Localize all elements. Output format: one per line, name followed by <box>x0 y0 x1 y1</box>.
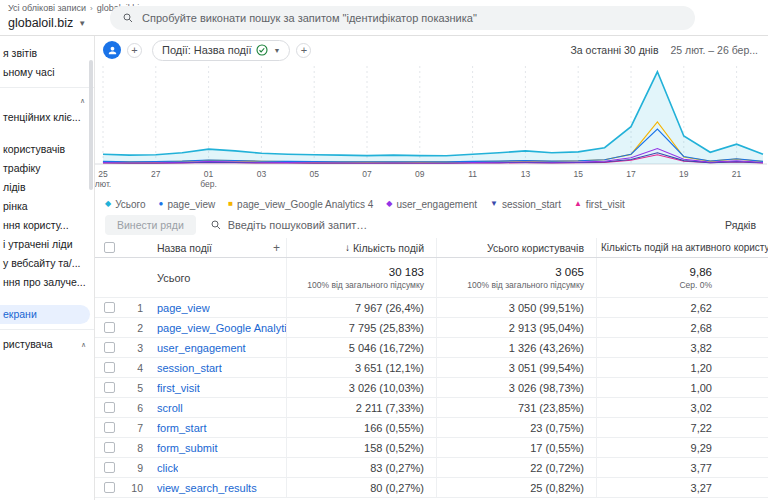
table-row[interactable]: 3user_engagement5 046 (16,72%)1 326 (43,… <box>95 338 768 358</box>
sidebar-item[interactable]: я звітів <box>0 44 94 63</box>
svg-text:27: 27 <box>151 169 161 179</box>
table-row[interactable]: 5first_visit3 026 (10,03%)3 026 (98,73%)… <box>95 378 768 398</box>
sidebar-item[interactable]: і утрачені ліди <box>0 235 94 254</box>
row-checkbox[interactable] <box>104 462 115 473</box>
sidebar-item[interactable]: екрани <box>0 305 90 324</box>
svg-text:05: 05 <box>309 169 319 179</box>
sidebar-item[interactable]: ристувача∧ <box>0 335 94 354</box>
event-name-link[interactable]: first_visit <box>157 382 200 394</box>
table-row[interactable]: 7form_start166 (0,55%)23 (0,75%)7,22 <box>95 418 768 438</box>
event-name-link[interactable]: click <box>157 462 178 474</box>
dimension-chip[interactable]: Події: Назва події ▼ <box>152 40 290 61</box>
check-circle-icon <box>256 44 268 56</box>
date-range-label[interactable]: За останні 30 днів <box>570 44 658 56</box>
event-count-cell: 7 795 (25,83%) <box>286 318 436 337</box>
event-name-link[interactable]: scroll <box>157 402 183 414</box>
series-name: page_view_Google Analytics 4 <box>237 199 373 210</box>
event-name-link[interactable]: user_engagement <box>157 342 246 354</box>
row-checkbox[interactable] <box>104 342 115 353</box>
table-row[interactable]: 9click83 (0,27%)22 (0,72%)3,77 <box>95 458 768 478</box>
svg-text:19: 19 <box>679 169 689 179</box>
row-checkbox[interactable] <box>104 422 115 433</box>
select-all-checkbox[interactable] <box>104 242 115 253</box>
sidebar-item[interactable]: ння користу... <box>0 216 94 235</box>
events-chart[interactable]: 25лют.2701бер.03050709111315171921 <box>95 60 767 196</box>
totals-event-count: 30 183 <box>389 266 424 278</box>
table-row[interactable]: 8form_submit158 (0,52%)17 (0,55%)9,29 <box>95 438 768 458</box>
legend-item: ●page_view <box>159 199 216 210</box>
events-table: Назва події + ↓ Кількість подій Усього к… <box>95 238 768 498</box>
breadcrumb-separator-icon: › <box>90 4 93 13</box>
column-header-events-per-user[interactable]: Кількість подій на активного користувача <box>596 238 768 257</box>
total-users-cell: 2 913 (95,04%) <box>436 318 596 337</box>
column-header-event-name[interactable]: Назва події <box>157 242 212 254</box>
table-search-input[interactable] <box>228 219 418 231</box>
date-range-value[interactable]: 25 лют. – 26 бер... <box>670 44 758 56</box>
row-checkbox[interactable] <box>104 482 115 493</box>
total-users-cell: 22 (0,72%) <box>436 458 596 477</box>
row-checkbox[interactable] <box>104 322 115 333</box>
row-checkbox[interactable] <box>104 362 115 373</box>
series-name: first_visit <box>586 199 625 210</box>
events-per-user-cell: 3,02 <box>596 398 768 417</box>
row-checkbox[interactable] <box>104 442 115 453</box>
column-header-total-users[interactable]: Усього користувачів <box>487 242 584 254</box>
chevron-up-icon: ∧ <box>81 335 86 354</box>
row-checkbox[interactable] <box>104 302 115 313</box>
event-name-link[interactable]: session_start <box>157 362 222 374</box>
event-name-link[interactable]: page_view_Google Analytics 4 <box>157 322 286 334</box>
table-row[interactable]: 2page_view_Google Analytics 47 795 (25,8… <box>95 318 768 338</box>
legend-item: ◆user_engagement <box>386 199 477 210</box>
svg-text:09: 09 <box>415 169 425 179</box>
table-row[interactable]: 6scroll2 211 (7,33%)731 (23,85%)3,02 <box>95 398 768 418</box>
table-row[interactable]: 10view_search_results80 (0,27%)25 (0,82%… <box>95 478 768 498</box>
column-header-event-count[interactable]: Кількість подій <box>353 242 424 254</box>
totals-events-per-user: 9,86 <box>690 266 712 278</box>
all-users-segment-icon[interactable] <box>103 41 121 59</box>
sidebar-item[interactable]: тенційних кліє... <box>0 108 94 127</box>
total-users-cell: 23 (0,75%) <box>436 418 596 437</box>
add-dimension-button[interactable]: + <box>296 43 311 58</box>
global-search-input[interactable] <box>142 12 683 24</box>
series-marker-icon: ▼ <box>490 200 498 208</box>
events-per-user-cell: 1,00 <box>596 378 768 397</box>
sidebar-item[interactable]: лідів <box>0 178 94 197</box>
add-column-button[interactable]: + <box>273 241 286 255</box>
event-name-link[interactable]: form_submit <box>157 442 218 454</box>
event-count-cell: 158 (0,52%) <box>286 438 436 457</box>
events-per-user-cell: 3,82 <box>596 338 768 357</box>
legend-item: ■page_view_Google Analytics 4 <box>228 199 373 210</box>
series-marker-icon: ■ <box>228 200 233 208</box>
sidebar-item[interactable]: ння про залуче... <box>0 273 94 292</box>
sidebar-item[interactable]: рінка <box>0 197 94 216</box>
row-checkbox[interactable] <box>104 402 115 413</box>
global-search[interactable] <box>110 6 695 30</box>
pull-rows-button[interactable]: Винести ряди <box>105 215 196 235</box>
person-icon <box>107 45 118 56</box>
event-name-link[interactable]: page_view <box>157 302 210 314</box>
row-checkbox[interactable] <box>104 382 115 393</box>
sidebar-scrollbar[interactable] <box>89 60 93 190</box>
sidebar-item[interactable]: трафіку <box>0 159 94 178</box>
table-row[interactable]: 1page_view7 967 (26,4%)3 050 (99,51%)2,6… <box>95 298 768 318</box>
totals-users-sub: 100% від загального підсумку <box>467 280 584 290</box>
sort-desc-icon[interactable]: ↓ <box>345 242 350 253</box>
total-users-cell: 731 (23,85%) <box>436 398 596 417</box>
sidebar-item[interactable]: користувачів <box>0 140 94 159</box>
event-name-link[interactable]: form_start <box>157 422 207 434</box>
sidebar-item[interactable]: у вебсайту та/... <box>0 254 94 273</box>
breadcrumb-root[interactable]: Усі облікові записи <box>8 3 86 13</box>
chart-legend: ◆Усього●page_view■page_view_Google Analy… <box>95 196 768 212</box>
sidebar-item[interactable]: ьному часі <box>0 63 94 82</box>
total-users-cell: 25 (0,82%) <box>436 478 596 497</box>
total-users-cell: 17 (0,55%) <box>436 438 596 457</box>
sidebar-section-toggle[interactable]: ∧ <box>0 93 94 108</box>
add-comparison-button[interactable]: + <box>127 43 142 58</box>
table-header-row: Назва події + ↓ Кількість подій Усього к… <box>95 238 768 258</box>
table-search[interactable] <box>210 219 418 231</box>
rows-per-page[interactable]: Рядків <box>725 219 758 231</box>
event-name-link[interactable]: view_search_results <box>157 482 257 494</box>
property-selector[interactable]: globaloil.biz ▼ <box>8 16 86 30</box>
svg-text:25: 25 <box>98 169 108 179</box>
table-row[interactable]: 4session_start3 651 (12,1%)3 051 (99,54%… <box>95 358 768 378</box>
